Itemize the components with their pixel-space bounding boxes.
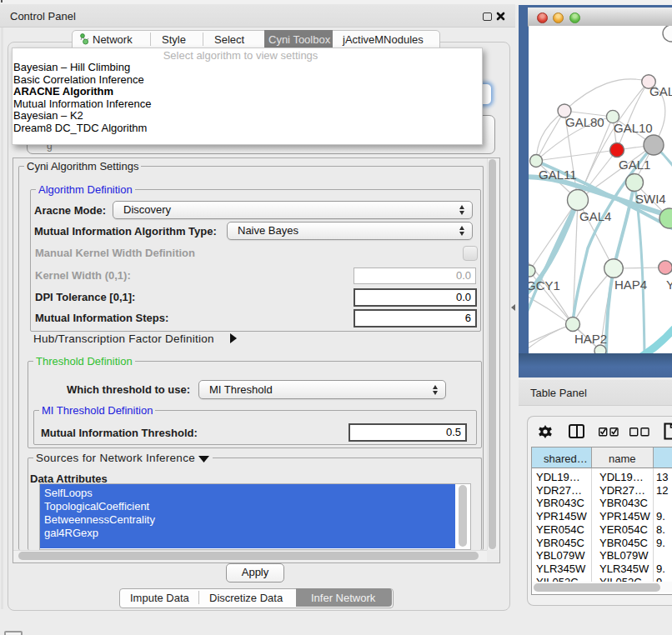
svg-text:GAL1: GAL1 (619, 158, 650, 172)
svg-text:GAL: GAL (649, 84, 672, 98)
svg-text:HAP4: HAP4 (614, 278, 647, 292)
svg-text:SWI4: SWI4 (635, 192, 666, 206)
svg-text:Y: Y (666, 278, 672, 292)
svg-text:GAL4: GAL4 (579, 209, 611, 223)
svg-text:GAL80: GAL80 (565, 115, 604, 129)
svg-text:GCY1: GCY1 (529, 278, 560, 292)
svg-text:GAL11: GAL11 (539, 168, 577, 182)
svg-text:GAL10: GAL10 (614, 121, 653, 135)
svg-text:HAP2: HAP2 (574, 332, 607, 346)
